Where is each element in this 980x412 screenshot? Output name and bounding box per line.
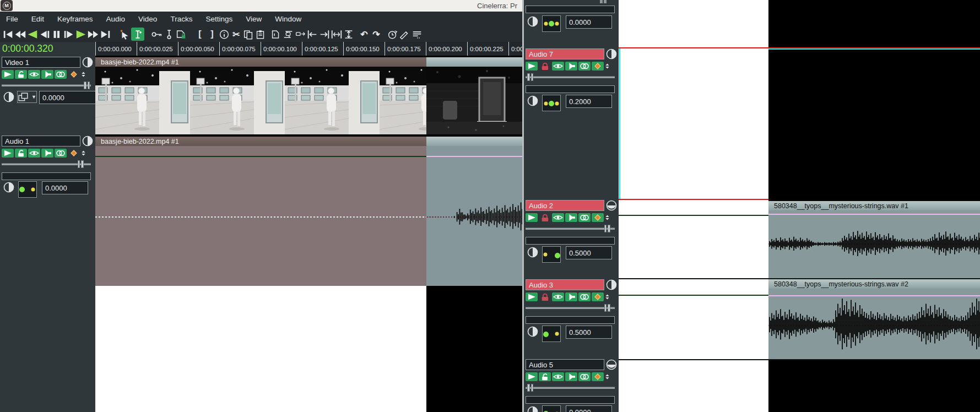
track-title-audio2[interactable]: Audio 2 — [526, 200, 604, 211]
timeline-canvas[interactable]: baasje-bieb-2022.mp4 #1 — [95, 56, 522, 412]
wav2-clip[interactable] — [768, 289, 980, 359]
menu-keyframes[interactable]: Keyframes — [57, 15, 93, 23]
video-thumbnail[interactable] — [426, 67, 522, 134]
canvas-selected-region[interactable] — [619, 360, 768, 412]
copy-icon[interactable] — [242, 28, 255, 41]
track-expand-icon[interactable] — [605, 48, 618, 60]
expander-control[interactable] — [605, 213, 613, 222]
edge-right-icon[interactable] — [318, 28, 331, 41]
undo-icon[interactable]: ↶ — [358, 28, 370, 41]
video-thumbnails-selected[interactable] — [95, 67, 426, 134]
pan-value[interactable]: 0.0000 — [566, 15, 612, 29]
arm-toggle-button[interactable] — [15, 149, 27, 158]
gang-toggle-button[interactable] — [578, 372, 591, 381]
label-icon[interactable] — [270, 28, 282, 41]
pan-box-audio7[interactable] — [542, 95, 561, 111]
split-icon[interactable]: ✂ — [230, 28, 242, 41]
keyframe-master-button[interactable] — [68, 149, 80, 158]
lock-labels-icon[interactable] — [175, 28, 187, 41]
gang-toggle-button[interactable] — [55, 70, 67, 79]
pan-expand-icon[interactable] — [3, 181, 15, 193]
play-icon[interactable] — [75, 28, 87, 41]
manual-goto-icon[interactable] — [387, 28, 399, 41]
play-toggle-button[interactable] — [526, 292, 538, 301]
draw-toggle-button[interactable] — [552, 372, 564, 381]
pan-value-audio2[interactable]: 0.5000 — [566, 246, 612, 259]
canvas-selected-region[interactable] — [95, 286, 426, 412]
video-clip-titlebar[interactable] — [426, 57, 522, 67]
pan-value-audio7[interactable]: 0.2000 — [566, 95, 612, 108]
menu-tracks[interactable]: Tracks — [170, 15, 192, 23]
span-keyframe-icon[interactable] — [163, 28, 175, 41]
pan-expand-icon[interactable] — [527, 246, 539, 258]
pan-box-audio2[interactable] — [542, 246, 561, 263]
draw-toggle-button[interactable] — [28, 149, 40, 158]
menu-settings[interactable]: Settings — [205, 15, 232, 23]
arm-toggle-button[interactable] — [539, 213, 551, 222]
play-toggle-button[interactable] — [2, 149, 14, 158]
fast-forward-icon[interactable] — [87, 28, 99, 41]
keyframe-master-button[interactable] — [68, 70, 80, 79]
audio-clip-titlebar[interactable] — [426, 137, 522, 146]
draw-toggle-button[interactable] — [552, 213, 564, 222]
menu-view[interactable]: View — [246, 15, 262, 23]
gang-toggle-button[interactable] — [578, 213, 591, 222]
fast-reverse-icon[interactable] — [14, 28, 26, 41]
timecode-display[interactable]: 0:00:00.320 — [2, 42, 93, 55]
track-title-audio5[interactable]: Audio 5 — [526, 359, 604, 370]
pan-box-audio3[interactable] — [542, 326, 561, 342]
play-toggle-button[interactable] — [526, 372, 538, 381]
draw-toggle-button[interactable] — [552, 62, 564, 71]
canvas-selected-region[interactable] — [619, 0, 768, 200]
pan-value-audio1[interactable]: 0.0000 — [42, 181, 88, 194]
window-titlebar[interactable]: M Cinelerra: Pr — [0, 0, 522, 12]
wav2-clip-titlebar[interactable]: 580348__tyops__mysterious-strings.wav #2 — [768, 279, 980, 289]
fader-audio1[interactable] — [2, 160, 91, 168]
play-reverse-icon[interactable] — [26, 28, 39, 41]
track-expand-icon[interactable] — [82, 135, 94, 147]
track-expand-icon[interactable] — [605, 279, 618, 291]
keyframe-master-button[interactable] — [592, 62, 604, 71]
wav1-clip-titlebar[interactable]: 580348__tyops__mysterious-strings.wav #1 — [768, 201, 980, 210]
draw-toggle-button[interactable] — [28, 70, 40, 79]
mute-toggle-button[interactable] — [565, 292, 577, 301]
canvas-selected-region[interactable] — [619, 200, 768, 278]
keyframe-icon[interactable] — [151, 28, 163, 41]
paste-icon[interactable] — [255, 28, 267, 41]
pan-box-audio1[interactable] — [18, 181, 37, 198]
in-point-icon[interactable]: [ — [194, 28, 206, 41]
expander-control[interactable] — [81, 149, 89, 158]
fade-curve[interactable] — [619, 295, 768, 296]
gang-toggle-button[interactable] — [578, 292, 591, 301]
draw-overlays-icon[interactable] — [399, 28, 411, 41]
audio-clip-titlebar[interactable]: baasje-bieb-2022.mp4 #1 — [95, 137, 426, 146]
track-title-audio3[interactable]: Audio 3 — [526, 279, 604, 290]
arm-toggle-button[interactable] — [539, 62, 551, 71]
redo-icon[interactable]: ↷ — [370, 28, 382, 41]
pointer-icon[interactable] — [119, 28, 131, 41]
overlay-expand-icon[interactable] — [3, 91, 15, 103]
arm-toggle-button[interactable] — [539, 292, 551, 301]
expander-control[interactable] — [81, 70, 89, 79]
prev-label-icon[interactable] — [2, 28, 14, 41]
canvas-selected-region[interactable] — [619, 279, 768, 359]
fader-audio2[interactable] — [526, 225, 615, 232]
track-title-video1[interactable]: Video 1 — [2, 57, 80, 68]
edge-left-icon[interactable] — [306, 28, 318, 41]
fit-selection-icon[interactable] — [331, 28, 343, 41]
track-title-audio1[interactable]: Audio 1 — [2, 135, 80, 147]
overlay-value-video1[interactable]: 0.0000 — [39, 91, 98, 104]
pan-expand-icon[interactable] — [527, 405, 539, 412]
timebar-ruler[interactable]: 0:00:00.0000:00:00.0250:00:00.0500:00:00… — [95, 42, 522, 56]
fader-audio5[interactable] — [526, 384, 615, 392]
next-label-icon[interactable] — [99, 28, 111, 41]
ibeam-icon[interactable] — [131, 28, 144, 41]
mute-toggle-button[interactable] — [41, 149, 53, 158]
play-toggle-button[interactable] — [526, 62, 538, 71]
pan-expand-icon[interactable] — [527, 326, 539, 338]
pan-value-audio3[interactable]: 0.5000 — [566, 326, 612, 339]
arm-toggle-button[interactable] — [539, 372, 551, 381]
track-title-audio7[interactable]: Audio 7 — [526, 48, 604, 59]
menu-audio[interactable]: Audio — [106, 15, 126, 23]
overlay-mode-icon[interactable]: ▼ — [17, 91, 37, 103]
